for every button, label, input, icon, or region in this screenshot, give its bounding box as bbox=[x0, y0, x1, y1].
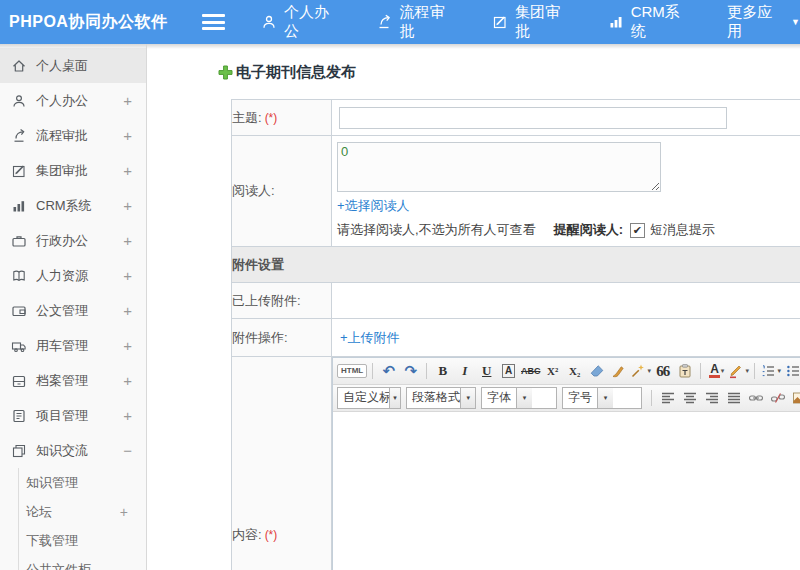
caret-down-icon: ▼ bbox=[791, 17, 800, 27]
caret-down-icon: ▾ bbox=[647, 367, 651, 375]
font-size-select[interactable]: 字号 ▾ bbox=[562, 387, 642, 409]
expand-icon[interactable]: + bbox=[123, 127, 132, 144]
align-right-button[interactable] bbox=[701, 388, 722, 408]
required-mark: (*) bbox=[265, 111, 278, 125]
redo-button[interactable]: ↷ bbox=[400, 361, 421, 381]
nav-label: 个人办公 bbox=[284, 3, 339, 41]
toolbar-separator bbox=[426, 363, 427, 379]
strikethrough-button[interactable]: ABC bbox=[520, 361, 541, 381]
nav-more-apps[interactable]: 更多应用 ▼ bbox=[727, 3, 800, 41]
app-logo: PHPOA协同办公软件 bbox=[0, 12, 188, 33]
sidebar-item-vehicle-management[interactable]: 用车管理 + bbox=[0, 328, 146, 363]
sidebar-subitem-label: 下载管理 bbox=[26, 532, 78, 550]
sidebar-item-admin-office[interactable]: 行政办公 + bbox=[0, 223, 146, 258]
remove-link-button[interactable] bbox=[767, 388, 788, 408]
expand-icon[interactable]: + bbox=[123, 197, 132, 214]
sms-checkbox[interactable]: ✔ bbox=[630, 223, 645, 238]
sidebar-item-workflow-approval[interactable]: 流程审批 + bbox=[0, 118, 146, 153]
subject-value-cell bbox=[332, 100, 800, 136]
font-family-select[interactable]: 字体 ▾ bbox=[481, 387, 557, 409]
expand-icon[interactable]: + bbox=[123, 92, 132, 109]
edit-icon bbox=[11, 163, 27, 179]
upload-attachment-link[interactable]: +上传附件 bbox=[340, 330, 400, 345]
person-icon bbox=[261, 14, 277, 30]
nav-workflow-approval[interactable]: 流程审批 bbox=[376, 3, 454, 41]
layers-icon bbox=[11, 443, 27, 459]
expand-icon[interactable]: + bbox=[123, 162, 132, 179]
html-source-button[interactable]: HTML bbox=[337, 361, 367, 381]
align-left-button[interactable] bbox=[657, 388, 678, 408]
expand-icon[interactable]: + bbox=[123, 372, 132, 389]
notebook-icon bbox=[11, 408, 27, 424]
expand-icon[interactable]: + bbox=[123, 337, 132, 354]
content-label-cell: 内容:(*) bbox=[232, 357, 332, 570]
expand-icon[interactable]: + bbox=[123, 407, 132, 424]
sidebar-item-personal-office[interactable]: 个人办公 + bbox=[0, 83, 146, 118]
custom-title-select[interactable]: 自定义标题 ▾ bbox=[337, 387, 401, 409]
collapse-icon[interactable]: − bbox=[123, 442, 132, 459]
sidebar-subitem-public-file-cabinet[interactable]: 公共文件柜 bbox=[19, 555, 146, 570]
align-center-button[interactable] bbox=[679, 388, 700, 408]
sidebar-item-knowledge-exchange[interactable]: 知识交流 − bbox=[0, 433, 146, 468]
readers-label-cell: 阅读人: bbox=[232, 136, 332, 247]
header-shadow bbox=[0, 44, 800, 49]
toolbar-separator bbox=[372, 363, 373, 379]
brush-icon bbox=[611, 363, 627, 379]
italic-button[interactable]: I bbox=[454, 361, 475, 381]
align-right-icon bbox=[704, 390, 720, 406]
truck-icon bbox=[11, 338, 27, 354]
font-color-button[interactable]: A ▾ bbox=[706, 361, 727, 381]
caret-down-icon: ▾ bbox=[745, 367, 749, 375]
sidebar-item-label: 个人办公 bbox=[36, 92, 88, 110]
superscript-button[interactable]: X² bbox=[542, 361, 563, 381]
sidebar-subitem-forum[interactable]: 论坛 + bbox=[19, 497, 146, 526]
subscript-button[interactable]: X₂ bbox=[564, 361, 585, 381]
blockquote-button[interactable]: 66 bbox=[652, 361, 673, 381]
sidebar-item-document-management[interactable]: 公文管理 + bbox=[0, 293, 146, 328]
readers-textarea[interactable]: 0 bbox=[337, 142, 661, 192]
expand-icon[interactable]: + bbox=[123, 267, 132, 284]
publish-form: 主题:(*) 阅读人: 0 +选择阅读人 请选择阅读人,不选为所有人可查看 提醒… bbox=[231, 99, 800, 570]
edit-icon bbox=[492, 14, 508, 30]
nav-group-approval[interactable]: 集团审批 bbox=[492, 3, 570, 41]
sidebar-item-project-management[interactable]: 项目管理 + bbox=[0, 398, 146, 433]
sidebar-item-archive-management[interactable]: 档案管理 + bbox=[0, 363, 146, 398]
hamburger-menu-icon[interactable] bbox=[202, 14, 225, 30]
highlight-color-button[interactable]: ▾ bbox=[728, 361, 749, 381]
sidebar-subitem-knowledge-management[interactable]: 知识管理 bbox=[19, 468, 146, 497]
caret-down-icon: ▾ bbox=[777, 367, 781, 375]
sidebar-item-human-resources[interactable]: 人力资源 + bbox=[0, 258, 146, 293]
ordered-list-button[interactable]: ▾ bbox=[760, 361, 781, 381]
paragraph-format-select[interactable]: 段落格式 ▾ bbox=[406, 387, 476, 409]
magic-wand-icon bbox=[630, 363, 646, 379]
unordered-list-button[interactable] bbox=[782, 361, 800, 381]
bold-button[interactable]: B bbox=[432, 361, 453, 381]
auto-typeset-button[interactable]: ▾ bbox=[630, 361, 651, 381]
subject-input[interactable] bbox=[339, 107, 727, 129]
sidebar-subitem-download-management[interactable]: 下载管理 bbox=[19, 526, 146, 555]
sidebar-item-group-approval[interactable]: 集团审批 + bbox=[0, 153, 146, 188]
insert-link-button[interactable] bbox=[745, 388, 766, 408]
sidebar-item-label: 档案管理 bbox=[36, 372, 88, 390]
select-readers-link[interactable]: +选择阅读人 bbox=[337, 198, 410, 213]
eraser-button[interactable] bbox=[586, 361, 607, 381]
expand-icon[interactable]: + bbox=[120, 504, 128, 520]
nav-label: 流程审批 bbox=[399, 3, 454, 41]
nav-crm-system[interactable]: CRM系统 bbox=[608, 3, 689, 41]
undo-button[interactable]: ↶ bbox=[378, 361, 399, 381]
sidebar-item-personal-desktop[interactable]: 个人桌面 bbox=[0, 48, 146, 83]
expand-icon[interactable]: + bbox=[123, 232, 132, 249]
align-justify-button[interactable] bbox=[723, 388, 744, 408]
paste-text-button[interactable] bbox=[674, 361, 695, 381]
nav-label: CRM系统 bbox=[631, 3, 689, 41]
insert-image-button[interactable] bbox=[789, 388, 800, 408]
sidebar-item-crm-system[interactable]: CRM系统 + bbox=[0, 188, 146, 223]
main-content: 电子期刊信息发布 主题:(*) 阅读人: 0 +选择阅读人 请选择阅读人,不 bbox=[148, 44, 800, 570]
format-painter-button[interactable] bbox=[608, 361, 629, 381]
editor-content-area[interactable] bbox=[333, 412, 800, 570]
expand-icon[interactable]: + bbox=[123, 302, 132, 319]
underline-button[interactable]: U bbox=[476, 361, 497, 381]
readers-value-cell: 0 +选择阅读人 请选择阅读人,不选为所有人可查看 提醒阅读人: ✔ 短消息提示 bbox=[332, 136, 800, 247]
nav-personal-office[interactable]: 个人办公 bbox=[261, 3, 339, 41]
font-color-a-icon: A bbox=[709, 364, 720, 378]
